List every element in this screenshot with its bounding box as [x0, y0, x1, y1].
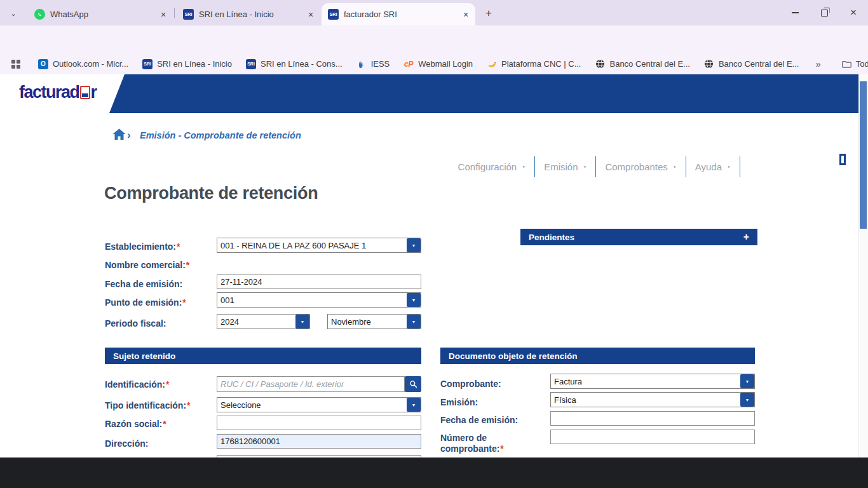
page-scrollbar-thumb[interactable]	[860, 81, 867, 229]
bookmark-label: Banco Central del E...	[609, 59, 689, 69]
bookmark-outlook[interactable]: O Outlook.com - Micr...	[38, 59, 128, 69]
bookmark-sri-consultas[interactable]: SRI SRI en Línea - Cons...	[246, 59, 342, 69]
bookmark-banco-central-1[interactable]: Banco Central del E...	[595, 59, 689, 69]
header-divider	[828, 158, 829, 179]
label-fecha-emision: Fecha de emisión:	[105, 279, 182, 289]
nav-label: Emisión	[544, 161, 578, 172]
tab-separator	[174, 8, 175, 18]
identificacion-search-button[interactable]	[405, 376, 421, 392]
bookmarks-bar: O Outlook.com - Micr... SRI SRI en Línea…	[0, 53, 868, 74]
bookmark-iess[interactable]: IESS	[356, 59, 390, 69]
numero-comprobante-input[interactable]	[550, 430, 755, 444]
nav-comprobantes[interactable]: Comprobantes ▼	[596, 156, 686, 177]
label-tipo-identificacion: Tipo identificación:*	[105, 400, 191, 410]
pendientes-panel-header[interactable]: Pendientes +	[520, 229, 757, 245]
bookmark-banco-central-2[interactable]: Banco Central del E...	[704, 59, 799, 69]
label-emision-doc: Emisión:	[440, 397, 478, 407]
comprobante-select[interactable]: Factura ▼	[550, 374, 755, 389]
tab-search-button[interactable]: ⌄	[5, 5, 22, 22]
tab-close-icon[interactable]: ×	[158, 9, 169, 20]
fecha-emision-doc-input[interactable]	[550, 411, 755, 426]
label-punto-emision: Punto de emisión:*	[105, 297, 186, 308]
periodo-month-select[interactable]: Noviembre ▼	[327, 314, 421, 329]
tab-whatsapp[interactable]: WhatsApp ×	[28, 3, 173, 25]
nav-ayuda[interactable]: Ayuda ▼	[686, 156, 740, 177]
section-title: Documento objeto de retención	[449, 351, 578, 361]
logout-power-icon[interactable]	[834, 158, 852, 176]
taskbar: Buscar N T X W ESP LAA	[0, 458, 868, 488]
chevron-down-icon[interactable]: ▼	[740, 374, 754, 388]
page-title: Comprobante de retención	[104, 184, 318, 203]
cnc-bird-icon	[487, 59, 497, 69]
chevron-down-icon[interactable]: ▼	[407, 293, 421, 307]
chevron-down-icon: ▼	[673, 165, 677, 169]
establecimiento-select[interactable]: 001 - REINA DE LA PAZ 600 PASAJE 1 ▼	[217, 238, 421, 253]
chevron-down-icon[interactable]: ▼	[407, 238, 421, 252]
label-nombre-comercial: Nombre comercial:*	[105, 260, 189, 270]
chevron-down-icon[interactable]: ▼	[740, 393, 754, 407]
bookmark-cnc[interactable]: Plataforma CNC | C...	[487, 59, 581, 69]
nav-configuracion[interactable]: Configuración ▼	[449, 156, 536, 177]
tab-facturador-active[interactable]: SRI facturador SRI ×	[322, 3, 475, 25]
all-bookmarks-button[interactable]: Todos los marcadores	[841, 59, 868, 69]
sri-favicon: SRI	[183, 9, 194, 20]
tab-title: facturador SRI	[344, 10, 455, 19]
required-mark: *	[182, 297, 186, 308]
window-minimize-button[interactable]	[780, 0, 810, 25]
logo-text-right: r	[91, 83, 97, 102]
required-mark: *	[177, 241, 180, 252]
cpanel-icon: cP	[403, 59, 414, 69]
browser-toolbar: facturadorsri.sri.gob.ec/portal-facturad…	[0, 25, 868, 53]
tab-sri-inicio[interactable]: SRI SRI en Línea - Inicio ×	[177, 3, 320, 25]
window-restore-button[interactable]	[810, 0, 839, 25]
breadcrumb-home-icon[interactable]	[112, 128, 126, 143]
sri-favicon: SRI	[246, 59, 256, 69]
tab-close-icon[interactable]: ×	[305, 9, 316, 20]
breadcrumb-separator: ›	[127, 129, 131, 142]
apps-grid-icon[interactable]	[11, 60, 20, 69]
emision-select[interactable]: Física ▼	[550, 392, 755, 407]
label-direccion: Dirección:	[105, 438, 148, 449]
nav-label: Configuración	[458, 161, 517, 172]
window-close-button[interactable]: ×	[839, 0, 868, 25]
bookmark-sri-inicio[interactable]: SRI SRI en Línea - Inicio	[142, 59, 232, 69]
label-razon-social: Razón social:*	[105, 419, 166, 429]
facturador-logo[interactable]: facturadr	[19, 83, 97, 102]
chevron-down-icon[interactable]: ▼	[295, 315, 309, 329]
required-mark: *	[187, 400, 190, 410]
new-tab-button[interactable]: +	[480, 5, 497, 22]
razon-social-input[interactable]	[217, 416, 421, 430]
restore-icon	[821, 10, 828, 17]
required-mark: *	[166, 379, 169, 390]
chevron-down-icon[interactable]: ▼	[407, 315, 421, 329]
fecha-emision-input[interactable]	[217, 274, 421, 289]
bookmark-label: Banco Central del E...	[719, 59, 799, 69]
tab-close-icon[interactable]: ×	[460, 9, 471, 20]
folder-icon	[841, 59, 851, 69]
browser-tab-strip: ⌄ WhatsApp × SRI SRI en Línea - Inicio ×…	[0, 0, 868, 25]
section-title: Sujeto retenido	[113, 351, 175, 361]
label-fecha-emision-doc: Fecha de emisión:	[440, 415, 518, 425]
bookmarks-overflow-button[interactable]: »	[815, 58, 820, 69]
select-value: 2024	[217, 315, 295, 329]
nav-label: Ayuda	[695, 161, 722, 172]
tipo-identificacion-select[interactable]: Seleccione ▼	[217, 397, 421, 412]
identificacion-input[interactable]	[217, 376, 405, 392]
sri-document-icon	[80, 86, 90, 99]
label-periodo-fiscal: Periodo fiscal:	[105, 318, 166, 329]
select-value: 001	[217, 293, 407, 307]
label-identificacion: Identificación:*	[105, 379, 169, 390]
direccion-input[interactable]	[217, 434, 421, 449]
expand-plus-icon[interactable]: +	[743, 231, 749, 243]
tab-title: WhatsApp	[50, 10, 153, 19]
periodo-year-select[interactable]: 2024 ▼	[217, 314, 310, 329]
bookmark-label: SRI en Línea - Cons...	[261, 59, 342, 69]
chevron-down-icon[interactable]: ▼	[407, 398, 421, 412]
globe-icon	[595, 59, 605, 69]
chevron-down-icon: ▼	[522, 165, 526, 169]
nav-emision[interactable]: Emisión ▼	[535, 156, 596, 177]
label-establecimiento: Establecimiento:*	[105, 241, 180, 252]
bookmark-webmail[interactable]: cP Webmail Login	[403, 59, 473, 69]
close-icon: ×	[850, 6, 857, 19]
punto-emision-select[interactable]: 001 ▼	[217, 292, 421, 308]
